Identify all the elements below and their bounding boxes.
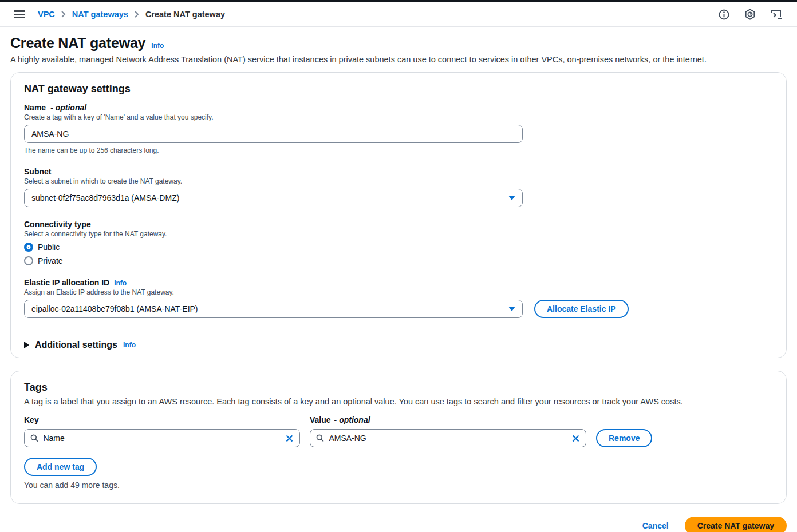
tags-description: A tag is a label that you assign to an A…: [24, 397, 773, 406]
subnet-select[interactable]: subnet-0f2f75ac8d7963d1a (AMSA-DMZ): [24, 189, 523, 207]
health-hexagon-icon[interactable]: [744, 9, 756, 20]
name-constraint: The name can be up to 256 characters lon…: [24, 146, 773, 154]
radio-private[interactable]: Private: [24, 256, 773, 265]
name-optional-suffix: - optional: [50, 103, 86, 112]
eip-select[interactable]: eipalloc-02a11408be79f08b1 (AMSA-NAT-EIP…: [24, 300, 523, 318]
allocate-elastic-ip-button[interactable]: Allocate Elastic IP: [534, 300, 629, 318]
tag-key-header: Key: [24, 415, 39, 424]
tags-card-title: Tags: [24, 382, 773, 394]
eip-label: Elastic IP allocation ID: [24, 278, 109, 287]
radio-public[interactable]: Public: [24, 243, 773, 252]
tags-card: Tags A tag is a label that you assign to…: [10, 371, 787, 504]
form-actions: Cancel Create NAT gateway: [10, 517, 787, 532]
chevron-down-icon: [508, 196, 515, 200]
additional-settings-info-link[interactable]: Info: [123, 341, 136, 349]
radio-public-label: Public: [38, 243, 60, 252]
eip-info-link[interactable]: Info: [114, 279, 127, 287]
top-navigation-bar: VPC NAT gateways Create NAT gateway: [0, 2, 797, 27]
clear-value-icon[interactable]: [571, 434, 580, 443]
page-description: A highly available, managed Network Addr…: [10, 55, 787, 64]
subnet-label: Subnet: [24, 167, 51, 176]
nat-gateway-settings-card: NAT gateway settings Name - optional Cre…: [10, 72, 787, 358]
name-input[interactable]: [31, 129, 515, 138]
breadcrumb: VPC NAT gateways Create NAT gateway: [38, 10, 225, 19]
name-input-wrap: [24, 125, 523, 143]
menu-icon[interactable]: [14, 10, 25, 18]
breadcrumb-nat-gateways[interactable]: NAT gateways: [72, 10, 128, 19]
add-new-tag-button[interactable]: Add new tag: [24, 458, 97, 476]
name-field-group: Name - optional Create a tag with a key …: [24, 103, 773, 154]
eip-field-group: Elastic IP allocation ID Info Assign an …: [24, 278, 773, 318]
search-icon: [316, 434, 324, 443]
create-nat-gateway-button[interactable]: Create NAT gateway: [685, 517, 787, 532]
connectivity-label: Connectivity type: [24, 220, 91, 229]
expand-triangle-icon: [24, 342, 29, 348]
subnet-selected-value: subnet-0f2f75ac8d7963d1a (AMSA-DMZ): [31, 193, 179, 203]
breadcrumb-current: Create NAT gateway: [145, 10, 225, 19]
settings-card-title: NAT gateway settings: [24, 83, 773, 95]
tags-remaining-hint: You can add 49 more tags.: [24, 481, 773, 490]
tag-value-input-wrap: [310, 429, 586, 447]
chevron-right-icon: [134, 11, 140, 18]
cloudshell-icon[interactable]: [771, 9, 783, 20]
tag-value-input[interactable]: [329, 434, 567, 443]
additional-settings-expander[interactable]: Additional settings Info: [11, 332, 786, 358]
connectivity-description: Select a connectivity type for the NAT g…: [24, 230, 773, 238]
breadcrumb-vpc[interactable]: VPC: [38, 10, 55, 19]
page-title-info-link[interactable]: Info: [151, 42, 164, 50]
subnet-description: Select a subnet in which to create the N…: [24, 177, 773, 185]
chevron-down-icon: [508, 307, 515, 311]
page-title: Create NAT gateway: [10, 35, 145, 51]
remove-tag-button[interactable]: Remove: [596, 429, 652, 447]
search-icon: [30, 434, 38, 443]
connectivity-field-group: Connectivity type Select a connectivity …: [24, 220, 773, 265]
radio-private-label: Private: [38, 256, 63, 265]
name-description: Create a tag with a key of 'Name' and a …: [24, 113, 773, 121]
name-label: Name: [24, 103, 46, 112]
eip-description: Assign an Elastic IP address to the NAT …: [24, 288, 773, 296]
tag-value-header: Value: [310, 415, 331, 424]
clear-key-icon[interactable]: [285, 434, 294, 443]
info-icon[interactable]: [719, 9, 729, 20]
page-header: Create NAT gateway Info A highly availab…: [0, 27, 797, 64]
chevron-right-icon: [61, 11, 66, 18]
tag-row: Key Value: [24, 415, 773, 447]
tag-value-optional-suffix: - optional: [334, 415, 370, 424]
subnet-field-group: Subnet Select a subnet in which to creat…: [24, 167, 773, 207]
radio-selected-icon: [24, 243, 33, 252]
tag-key-input-wrap: [24, 429, 300, 447]
additional-settings-label: Additional settings: [35, 340, 117, 350]
radio-unselected-icon: [24, 256, 33, 265]
cancel-button[interactable]: Cancel: [642, 521, 669, 530]
tag-key-input[interactable]: [43, 434, 281, 443]
eip-selected-value: eipalloc-02a11408be79f08b1 (AMSA-NAT-EIP…: [31, 304, 198, 313]
